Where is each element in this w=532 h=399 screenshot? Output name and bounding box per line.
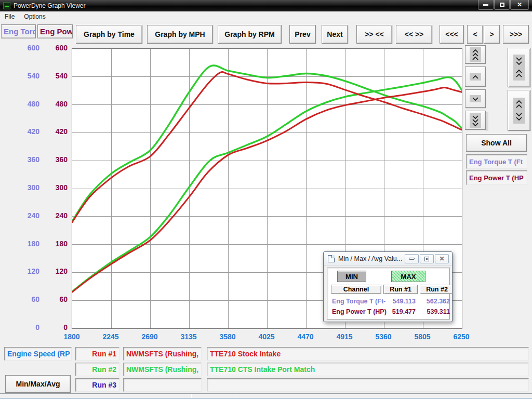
torque-row-label: Eng Torque T (Ft- — [332, 298, 385, 305]
y-tick-label: 180 — [0, 240, 68, 248]
run3-file-box[interactable] — [123, 378, 202, 392]
minmax-minimize-button[interactable] — [405, 254, 419, 263]
x-channel-box[interactable]: Engine Speed (RP — [4, 347, 72, 361]
rpm-tick-label: 3580 — [213, 332, 242, 341]
rpm-tick-label: 3135 — [174, 332, 203, 341]
jump-right-button[interactable]: >>> — [503, 25, 529, 44]
graph-by-time-button[interactable]: Graph by Time — [76, 25, 142, 44]
y-tick-label: 480 — [0, 100, 68, 108]
rpm-tick-label: 2245 — [96, 332, 125, 341]
run2-column-header[interactable]: Run #2 — [420, 285, 453, 294]
jump-left-button[interactable]: <<< — [440, 25, 464, 44]
restore-icon — [500, 3, 504, 7]
chevron-up-icon — [470, 73, 481, 81]
minimize-icon — [409, 258, 415, 260]
chevron-down-icon — [470, 95, 481, 102]
run2-description-box[interactable]: TTE710 CTS Intake Port Match — [207, 363, 529, 376]
scale-down-button[interactable] — [465, 89, 486, 108]
run1-label-box: Run #1 — [75, 347, 119, 361]
rpm-tick-label: 4915 — [330, 332, 359, 341]
maximize-button[interactable] — [494, 0, 510, 10]
prev-button[interactable]: Prev — [289, 25, 316, 44]
close-icon: ✕ — [517, 2, 522, 8]
minmax-restore-button[interactable] — [420, 254, 434, 263]
y-tick-label: 300 — [0, 183, 68, 192]
scale-up-button[interactable] — [465, 66, 486, 87]
torque-channel-box[interactable]: Eng Torque T (Ft — [466, 154, 527, 169]
title-bar: PowerDyne Graph Viewer ✕ — [0, 0, 532, 11]
minimize-icon — [483, 4, 488, 6]
y-tick-label: 0 — [0, 323, 68, 331]
run1-column-header[interactable]: Run #1 — [383, 285, 418, 294]
run1-file-box[interactable]: NWMSFTS (Rushing, — [123, 347, 202, 361]
channel-column-header[interactable]: Channel — [331, 285, 381, 294]
y-tick-label: 600 — [0, 44, 68, 52]
scale-down-fast-button[interactable] — [465, 111, 486, 130]
run1-description-box[interactable]: TTE710 Stock Intake — [207, 347, 529, 361]
y-tick-label: 360 — [0, 155, 68, 164]
rpm-tick-label: 4025 — [252, 332, 281, 341]
hidden-button-edge — [486, 112, 488, 131]
powerdyne-window: PowerDyne Graph Viewer ✕ File Options En… — [0, 0, 532, 399]
minmax-window-title: Min / Max / Avg Valu... — [338, 255, 402, 262]
rpm-tick-label: 2690 — [135, 332, 164, 341]
torque-run1-max-value: 549.113 — [383, 298, 416, 305]
run2-label-box: Run #2 — [75, 363, 119, 376]
scale-up-fast-button[interactable] — [465, 45, 486, 64]
status-bar — [0, 393, 532, 399]
rpm-tick-label: 1800 — [57, 332, 86, 341]
y-tick-label: 420 — [0, 127, 68, 136]
close-button[interactable]: ✕ — [510, 0, 529, 10]
power-row-label: Eng Power T (HP) — [332, 308, 387, 315]
zoom-out-button[interactable]: << >> — [396, 25, 432, 44]
min-toggle-button[interactable]: MIN — [337, 271, 366, 282]
triple-chevron-up-icon — [470, 47, 481, 62]
minimize-button[interactable] — [478, 0, 494, 10]
rpm-tick-label: 4470 — [291, 332, 320, 341]
compress-scale-button[interactable] — [508, 48, 530, 87]
step-left-button[interactable]: < — [467, 25, 483, 44]
torque-run2-max-value: 562.362 — [418, 298, 450, 305]
collapse-vertical-icon — [513, 55, 525, 81]
expand-scale-button[interactable] — [508, 90, 530, 131]
rpm-tick-label: 5360 — [369, 332, 398, 341]
rpm-tick-label: 6250 — [447, 332, 476, 341]
power-run2-max-value: 539.311 — [418, 308, 450, 315]
run3-description-box[interactable] — [207, 378, 529, 392]
graph-by-mph-button[interactable]: Graph by MPH — [147, 25, 213, 44]
show-all-button[interactable]: Show All — [466, 134, 527, 152]
expand-vertical-icon — [513, 98, 525, 124]
power-channel-box[interactable]: Eng Power T (HP — [466, 170, 527, 185]
minmaxavg-button[interactable]: Min/Max/Avg — [5, 375, 71, 393]
zoom-in-button[interactable]: >> << — [356, 25, 392, 44]
restore-icon — [424, 257, 429, 261]
minmax-values-window[interactable]: Min / Max / Avg Valu... ✕ MIN MAX Channe… — [323, 251, 453, 322]
y-tick-label: 60 — [0, 295, 68, 303]
close-icon: ✕ — [439, 256, 444, 262]
max-toggle-button[interactable]: MAX — [391, 271, 425, 282]
y-tick-label: 120 — [0, 267, 68, 275]
power-run1-max-value: 519.477 — [383, 308, 416, 315]
next-button[interactable]: Next — [322, 25, 348, 44]
run3-label-box: Run #3 — [75, 378, 119, 392]
y-tick-label: 240 — [0, 211, 68, 220]
run2-file-box[interactable]: NWMSFTS (Rushing, — [123, 363, 202, 376]
minmax-close-button[interactable]: ✕ — [435, 254, 449, 263]
menu-bar: File Options — [0, 11, 532, 22]
step-right-button[interactable]: > — [484, 25, 500, 44]
rpm-tick-label: 5805 — [408, 332, 437, 341]
document-icon — [328, 255, 335, 262]
graph-by-rpm-button[interactable]: Graph by RPM — [218, 25, 282, 44]
triple-chevron-down-icon — [470, 113, 481, 128]
y-tick-label: 540 — [0, 72, 68, 80]
minmax-title-bar[interactable]: Min / Max / Avg Valu... ✕ — [324, 252, 452, 265]
